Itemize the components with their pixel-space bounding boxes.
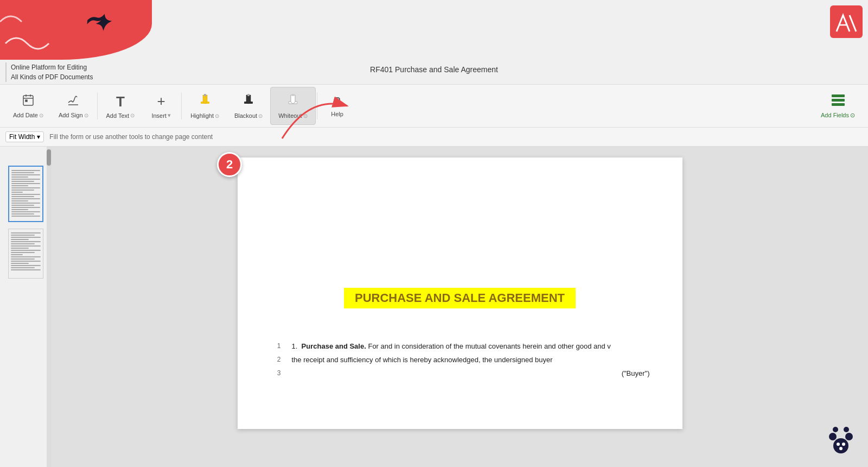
status-bar: Fit Width ▾ Fill the form or use another… xyxy=(0,128,868,147)
top-banner: ✦ ∼ xyxy=(0,0,152,60)
highlight-button[interactable]: Highlight ⊙ xyxy=(183,87,227,125)
pdf-body: 1 1. Purchase and Sale. For and in consi… xyxy=(270,341,650,379)
tagline: Online Platform for Editing All Kinds of… xyxy=(5,62,93,82)
svg-point-20 xyxy=(829,433,837,440)
svg-point-24 xyxy=(837,443,840,446)
main-content: PURCHASE AND SALE AGREEMENT 1 1. Purchas… xyxy=(52,147,868,467)
help-button[interactable]: ? Help xyxy=(318,87,356,125)
insert-button[interactable]: + Insert ▾ xyxy=(142,87,180,125)
svg-rect-6 xyxy=(25,100,27,102)
help-icon: ? xyxy=(334,94,340,109)
pdf-title: PURCHASE AND SALE AGREEMENT xyxy=(344,288,576,308)
add-fields-button[interactable]: Add Fields ⊙ xyxy=(813,89,863,123)
document-title: RF401 Purchase and Sale Agreement xyxy=(370,65,498,74)
svg-rect-13 xyxy=(292,94,294,96)
text-icon: T xyxy=(116,93,125,110)
whiteout-icon xyxy=(286,93,300,110)
scroll-thumb[interactable] xyxy=(47,149,51,166)
svg-rect-14 xyxy=(832,94,845,97)
add-sign-button[interactable]: Add Sign ⊙ xyxy=(51,87,96,125)
svg-point-23 xyxy=(844,427,849,432)
status-hint: Fill the form or use another tools to ch… xyxy=(49,133,213,141)
add-date-button[interactable]: Add Date ⊙ xyxy=(5,87,51,125)
svg-point-26 xyxy=(839,447,843,450)
sidebar-scrollbar[interactable] xyxy=(47,147,51,467)
blackout-icon xyxy=(241,93,256,110)
highlight-icon xyxy=(198,93,212,110)
pdf-page: PURCHASE AND SALE AGREEMENT 1 1. Purchas… xyxy=(238,157,682,429)
svg-point-25 xyxy=(842,443,845,446)
page-thumbnail-1[interactable] xyxy=(8,166,43,222)
svg-rect-11 xyxy=(247,94,250,96)
svg-point-21 xyxy=(845,433,853,440)
page-thumbnail-2[interactable] xyxy=(8,229,43,279)
chevron-down-icon: ▾ xyxy=(37,133,40,141)
toolbar: Add Date ⊙ Add Sign ⊙ T Add Text ⊙ + Ins… xyxy=(0,84,868,128)
svg-text:∼: ∼ xyxy=(80,3,108,35)
blackout-button[interactable]: Blackout ⊙ xyxy=(227,87,270,125)
bottom-decoration xyxy=(819,416,863,462)
svg-point-19 xyxy=(833,438,848,453)
pdf-line-3: 3 ("Buyer") xyxy=(270,368,650,380)
toolbar-divider-2 xyxy=(181,92,182,119)
pdf-line-2: 2 the receipt and sufficiency of which i… xyxy=(270,355,650,366)
adobe-logo xyxy=(830,5,863,38)
step-2-circle: 2 xyxy=(217,152,242,177)
svg-point-22 xyxy=(833,427,838,432)
svg-rect-16 xyxy=(832,103,845,106)
fields-icon xyxy=(831,93,846,110)
toolbar-divider-1 xyxy=(97,92,98,119)
calendar-icon xyxy=(22,93,35,110)
banner-svg: ∼ xyxy=(0,0,152,60)
sidebar xyxy=(0,147,52,467)
svg-rect-15 xyxy=(832,99,845,102)
toolbar-divider-3 xyxy=(317,92,317,119)
svg-rect-9 xyxy=(204,94,206,96)
fit-width-select[interactable]: Fit Width ▾ xyxy=(5,131,44,142)
plus-icon: + xyxy=(157,93,165,110)
whiteout-button[interactable]: Whiteout ⊙ xyxy=(270,87,315,125)
pdf-line-1: 1 1. Purchase and Sale. For and in consi… xyxy=(270,341,650,352)
svg-rect-2 xyxy=(23,96,33,105)
sign-icon xyxy=(67,93,80,110)
add-text-button[interactable]: T Add Text ⊙ xyxy=(99,87,143,125)
